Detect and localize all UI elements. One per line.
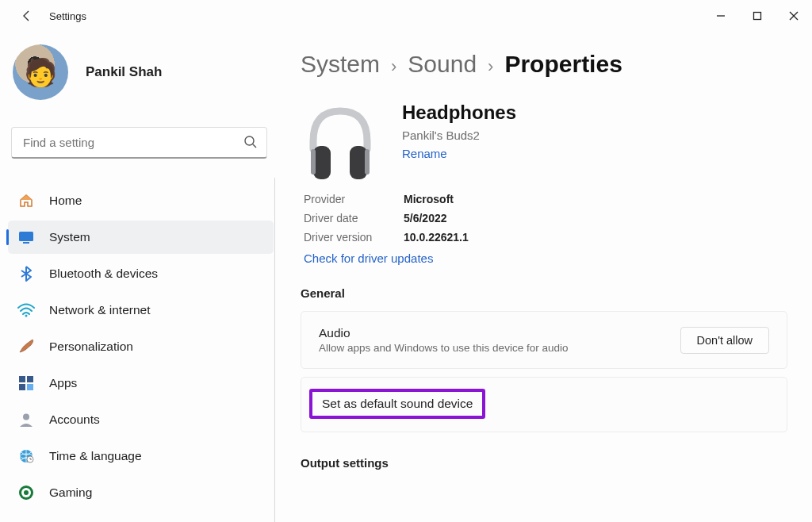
device-meta: Headphones Pankil's Buds2 Rename xyxy=(402,102,516,181)
set-default-sound-device-button[interactable]: Set as default sound device xyxy=(309,389,485,419)
rename-link[interactable]: Rename xyxy=(402,147,447,160)
device-header: Headphones Pankil's Buds2 Rename xyxy=(301,102,812,181)
window-controls xyxy=(703,0,812,32)
svg-rect-1 xyxy=(754,13,761,20)
driver-date-value: 5/6/2022 xyxy=(404,209,447,228)
driver-date-label: Driver date xyxy=(304,209,383,228)
system-icon xyxy=(17,228,35,246)
provider-label: Provider xyxy=(304,190,383,209)
content-area: 🧑 Pankil Shah Home System xyxy=(0,32,812,522)
bluetooth-icon xyxy=(17,265,35,282)
sidebar-item-label: Home xyxy=(49,194,82,208)
svg-point-2 xyxy=(245,136,254,145)
back-button[interactable] xyxy=(13,2,41,30)
sidebar: 🧑 Pankil Shah Home System xyxy=(0,32,282,522)
svg-rect-21 xyxy=(365,149,370,175)
sidebar-item-personalization[interactable]: Personalization xyxy=(8,330,274,363)
svg-rect-8 xyxy=(27,376,33,382)
breadcrumb: System › Sound › Properties xyxy=(301,51,812,78)
svg-line-3 xyxy=(253,144,256,148)
sidebar-item-network[interactable]: Network & internet xyxy=(8,294,274,327)
svg-rect-18 xyxy=(313,146,331,179)
main-panel: System › Sound › Properties H xyxy=(282,32,812,522)
sidebar-item-bluetooth[interactable]: Bluetooth & devices xyxy=(8,257,274,290)
accounts-icon xyxy=(17,411,35,428)
gaming-icon xyxy=(17,484,35,501)
svg-rect-10 xyxy=(27,384,33,390)
general-section-title: General xyxy=(301,286,812,300)
arrow-left-icon xyxy=(21,10,33,22)
sidebar-item-home[interactable]: Home xyxy=(8,184,274,217)
window-title: Settings xyxy=(49,10,86,22)
sidebar-divider xyxy=(274,178,275,522)
svg-rect-5 xyxy=(23,242,29,244)
sidebar-item-time-language[interactable]: Time & language xyxy=(8,439,274,473)
search-input[interactable] xyxy=(11,127,267,159)
check-driver-updates-link[interactable]: Check for driver updates xyxy=(304,251,433,265)
avatar: 🧑 xyxy=(13,44,68,100)
sidebar-item-gaming[interactable]: Gaming xyxy=(8,476,274,509)
globe-icon xyxy=(17,447,35,465)
breadcrumb-system[interactable]: System xyxy=(301,51,380,78)
sidebar-item-label: Accounts xyxy=(49,413,100,427)
user-info[interactable]: 🧑 Pankil Shah xyxy=(8,44,274,100)
search-container xyxy=(11,127,267,159)
output-settings-title: Output settings xyxy=(301,456,812,470)
sidebar-item-apps[interactable]: Apps xyxy=(8,367,274,400)
default-card-label: Set as default sound device xyxy=(322,397,473,410)
settings-window: Settings 🧑 Pankil Shah xyxy=(0,0,812,522)
maximize-button[interactable] xyxy=(739,0,776,32)
default-sound-device-card[interactable]: Set as default sound device xyxy=(301,377,787,432)
sidebar-item-label: Time & language xyxy=(49,449,142,463)
titlebar: Settings xyxy=(0,0,812,32)
svg-rect-9 xyxy=(19,384,25,390)
audio-card-title: Audio xyxy=(319,326,568,340)
sidebar-item-label: Bluetooth & devices xyxy=(49,267,158,281)
device-subtitle: Pankil's Buds2 xyxy=(402,129,516,142)
svg-rect-4 xyxy=(19,232,33,241)
svg-rect-19 xyxy=(350,146,367,179)
sidebar-item-label: Gaming xyxy=(49,486,92,500)
sidebar-item-label: System xyxy=(49,230,90,244)
sidebar-item-system[interactable]: System xyxy=(8,221,274,254)
dont-allow-button[interactable]: Don't allow xyxy=(680,327,769,354)
breadcrumb-properties: Properties xyxy=(504,51,622,78)
provider-value: Microsoft xyxy=(404,190,454,209)
svg-rect-20 xyxy=(311,149,316,175)
home-icon xyxy=(17,192,35,209)
nav-list: Home System Bluetooth & devices Network … xyxy=(8,184,274,509)
search-icon xyxy=(243,135,258,152)
device-title: Headphones xyxy=(402,102,516,124)
headphones-icon xyxy=(301,102,380,181)
close-button[interactable] xyxy=(776,0,812,32)
driver-version-value: 10.0.22621.1 xyxy=(404,228,469,248)
breadcrumb-sound[interactable]: Sound xyxy=(408,51,477,78)
sidebar-item-label: Apps xyxy=(49,376,77,390)
svg-point-11 xyxy=(23,414,29,420)
svg-point-6 xyxy=(25,315,28,317)
chevron-right-icon: › xyxy=(488,56,493,77)
paintbrush-icon xyxy=(17,338,35,355)
sidebar-item-accounts[interactable]: Accounts xyxy=(8,403,274,436)
wifi-icon xyxy=(17,301,35,319)
driver-info: ProviderMicrosoft Driver date5/6/2022 Dr… xyxy=(304,190,812,266)
audio-card: Audio Allow apps and Windows to use this… xyxy=(301,311,787,369)
minimize-button[interactable] xyxy=(703,0,739,32)
audio-card-desc: Allow apps and Windows to use this devic… xyxy=(319,342,568,354)
svg-point-17 xyxy=(24,490,29,495)
driver-version-label: Driver version xyxy=(304,228,383,248)
apps-icon xyxy=(17,374,35,392)
svg-rect-7 xyxy=(19,376,25,382)
sidebar-item-label: Personalization xyxy=(49,340,133,354)
user-name: Pankil Shah xyxy=(86,64,162,80)
chevron-right-icon: › xyxy=(391,56,396,77)
sidebar-item-label: Network & internet xyxy=(49,303,151,317)
